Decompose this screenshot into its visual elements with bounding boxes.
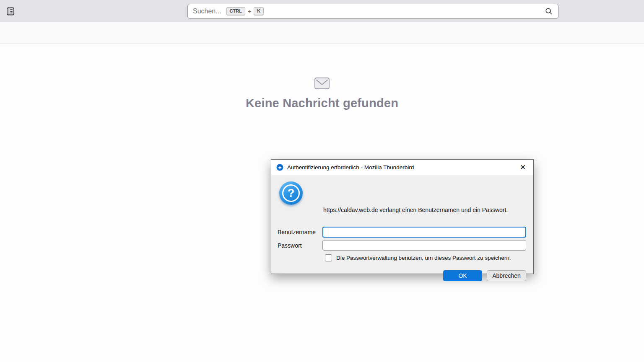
dialog-body: ? https://caldav.web.de verlangt einen B…: [271, 175, 533, 274]
dialog-titlebar[interactable]: Authentifizierung erforderlich - Mozilla…: [271, 160, 533, 175]
shortcut-plus: +: [248, 8, 251, 15]
dialog-title: Authentifizierung erforderlich - Mozilla…: [287, 164, 414, 171]
envelope-icon: [314, 76, 330, 90]
username-input[interactable]: [322, 227, 526, 238]
save-password-checkbox[interactable]: [325, 254, 332, 261]
ok-button[interactable]: OK: [443, 270, 482, 281]
password-label: Passwort: [278, 242, 302, 249]
thunderbird-icon: [276, 164, 283, 171]
main-toolbar: Suchen... CTRL + K: [0, 0, 644, 22]
close-icon[interactable]: ✕: [517, 162, 528, 173]
question-icon: ?: [279, 181, 303, 205]
username-label: Benutzername: [278, 229, 316, 235]
global-search-input[interactable]: Suchen... CTRL + K: [187, 4, 558, 19]
spaces-menu-button[interactable]: [5, 6, 16, 17]
k-keycap: K: [254, 7, 264, 16]
search-placeholder: Suchen...: [193, 8, 221, 15]
search-icon[interactable]: [545, 7, 553, 16]
empty-state: Keine Nachricht gefunden: [0, 76, 644, 110]
save-password-row: Die Passwortverwaltung benutzen, um dies…: [325, 254, 511, 261]
journal-list-icon: [5, 6, 16, 16]
auth-message: https://caldav.web.de verlangt einen Ben…: [323, 207, 529, 213]
save-password-label: Die Passwortverwaltung benutzen, um dies…: [336, 255, 511, 261]
password-input[interactable]: [322, 240, 526, 251]
cancel-button[interactable]: Abbrechen: [487, 270, 526, 281]
message-header-toolbar: [0, 23, 644, 44]
empty-state-title: Keine Nachricht gefunden: [0, 96, 644, 110]
ctrl-keycap: CTRL: [226, 7, 245, 16]
auth-dialog: Authentifizierung erforderlich - Mozilla…: [271, 159, 534, 274]
